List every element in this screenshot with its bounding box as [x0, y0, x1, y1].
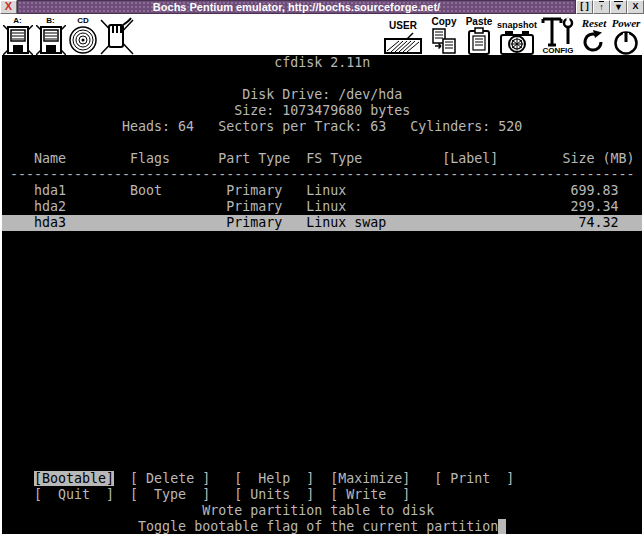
- cdrom-button[interactable]: CD: [68, 15, 98, 55]
- config-button[interactable]: CONFIG: [540, 15, 576, 55]
- paste-icon: [466, 27, 492, 55]
- cfdisk-title: cfdisk 2.11n: [2, 55, 642, 71]
- vga-display[interactable]: cfdisk 2.11n Disk Drive: /dev/hda Size: …: [2, 55, 642, 534]
- table-separator: ----------------------------------------…: [2, 167, 642, 183]
- prompt-message: Toggle bootable flag of the current part…: [2, 519, 642, 534]
- snapshot-label: snapshot: [497, 21, 537, 29]
- menu-row-1-items[interactable]: [ Delete ] [ Help ] [Maximize] [ Print ]: [114, 471, 514, 486]
- snapshot-button[interactable]: snapshot: [499, 15, 535, 55]
- floppy-a-button[interactable]: A:: [2, 15, 33, 55]
- blank-line: [2, 135, 642, 151]
- status-message: Wrote partition table to disk: [2, 503, 642, 519]
- partition-row-hda1[interactable]: hda1 Boot Primary Linux 699.83: [2, 183, 642, 199]
- mouse-icon: [100, 17, 134, 55]
- floppy-a-icon: [3, 25, 33, 55]
- partition-row-hda2[interactable]: hda2 Primary Linux 299.34: [2, 199, 642, 215]
- titlebar: X Bochs Pentium emulator, http://bochs.s…: [0, 0, 644, 14]
- partition-row-hda3-selected[interactable]: hda3 Primary Linux swap 74.32: [2, 215, 642, 231]
- window-title: Bochs Pentium emulator, http://bochs.sou…: [17, 0, 576, 14]
- raise-icon: ↑: [599, 1, 604, 12]
- paste-label: Paste: [466, 17, 493, 27]
- power-icon: [613, 29, 639, 55]
- user-button[interactable]: USER: [382, 15, 424, 55]
- blank-line: [2, 71, 642, 87]
- control-buttons: USER Copy: [382, 15, 640, 55]
- table-header: Name Flags Part Type FS Type [Label] Siz…: [2, 151, 642, 167]
- cdrom-label: CD: [77, 17, 89, 25]
- disk-size-line: Size: 1073479680 bytes: [2, 103, 642, 119]
- paste-button[interactable]: Paste: [464, 15, 494, 55]
- floppy-b-button[interactable]: B:: [35, 15, 66, 55]
- keyboard-icon: [383, 31, 423, 55]
- config-icon: [541, 17, 575, 47]
- copy-button[interactable]: Copy: [429, 15, 459, 55]
- lower-icon: ▼: [614, 1, 623, 12]
- menu-row-1: [Bootable] [ Delete ] [ Help ] [Maximize…: [2, 471, 642, 487]
- toolbar: A: B:: [0, 14, 644, 55]
- menu-item-bootable-selected[interactable]: [Bootable]: [34, 471, 114, 486]
- bochs-window: X Bochs Pentium emulator, http://bochs.s…: [0, 0, 644, 534]
- drive-buttons: A: B:: [2, 15, 134, 55]
- window-menu-button[interactable]: X: [0, 0, 17, 14]
- close-button[interactable]: X: [627, 0, 644, 14]
- cdrom-icon: [69, 25, 97, 55]
- user-label: USER: [389, 21, 417, 31]
- maximize-button[interactable]: [ ]: [576, 0, 593, 14]
- floppy-b-icon: [36, 25, 66, 55]
- camera-icon: [500, 29, 534, 55]
- raise-button[interactable]: ↑: [593, 0, 610, 14]
- floppy-a-label: A:: [13, 17, 21, 25]
- empty-screen-area: [2, 231, 642, 471]
- reset-icon: [582, 29, 606, 55]
- power-button[interactable]: Power: [612, 15, 640, 55]
- floppy-b-label: B:: [46, 17, 54, 25]
- disk-drive-line: Disk Drive: /dev/hda: [2, 87, 642, 103]
- menu-indent: [2, 471, 34, 486]
- text-cursor: [498, 519, 506, 534]
- copy-label: Copy: [432, 17, 457, 27]
- reset-button[interactable]: Reset: [581, 15, 607, 55]
- menu-row-2[interactable]: [ Quit ] [ Type ] [ Units ] [ Write ]: [2, 487, 642, 503]
- prompt-text: Toggle bootable flag of the current part…: [2, 519, 498, 534]
- copy-icon: [430, 27, 458, 55]
- disk-geometry-line: Heads: 64 Sectors per Track: 63 Cylinder…: [2, 119, 642, 135]
- lower-button[interactable]: ▼: [610, 0, 627, 14]
- power-label: Power: [612, 18, 641, 29]
- mouse-capture-button[interactable]: [100, 15, 134, 55]
- reset-label: Reset: [582, 18, 606, 29]
- config-label: CONFIG: [542, 47, 573, 55]
